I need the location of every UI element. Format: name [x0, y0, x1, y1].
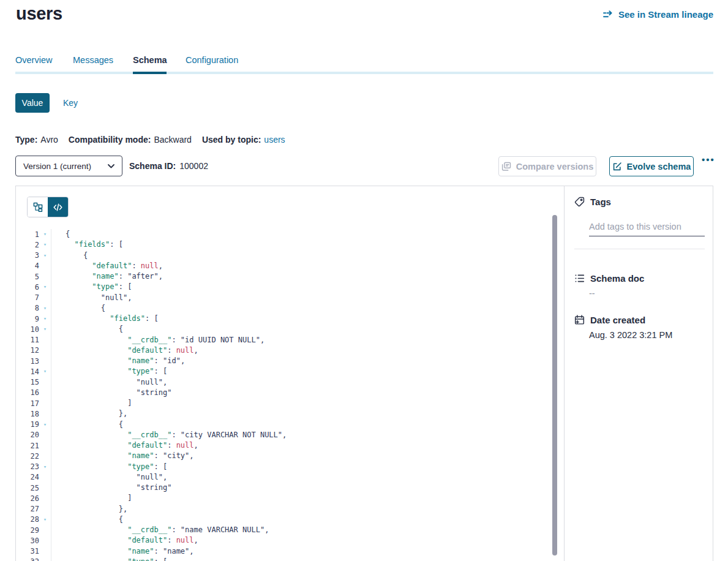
- line-number: 16: [16, 388, 39, 397]
- code-text: },: [51, 409, 127, 419]
- tab-underline-track: [15, 72, 713, 74]
- schema-doc-title: Schema doc: [590, 273, 644, 284]
- line-number: 27: [16, 505, 39, 513]
- fold-toggle-icon[interactable]: ▾: [39, 303, 51, 314]
- code-line: 5 "name": "after",: [16, 271, 552, 282]
- line-number: 12: [16, 346, 39, 355]
- tab-messages[interactable]: Messages: [73, 55, 113, 65]
- code-line: 22 "name": "city",: [16, 451, 552, 461]
- code-line: 9▾ "fields": [: [16, 314, 552, 324]
- line-number: 19: [16, 420, 39, 429]
- code-line: 26 ]: [16, 493, 552, 503]
- schema-id-label: Schema ID:: [129, 161, 176, 171]
- code-line: 21 "default": null,: [16, 440, 552, 451]
- line-number: 17: [16, 399, 39, 408]
- code-line: 19▾ {: [16, 420, 552, 430]
- topic-link[interactable]: users: [264, 135, 285, 145]
- code-text: "__crdb__": "id UUID NOT NULL",: [51, 335, 265, 345]
- type-value: Avro: [40, 135, 58, 145]
- line-number: 21: [16, 442, 39, 450]
- tag-icon: [574, 197, 585, 207]
- compare-versions-button[interactable]: Compare versions: [498, 156, 596, 176]
- vertical-scrollbar[interactable]: [552, 215, 557, 555]
- code-text: "default": null,: [51, 440, 198, 451]
- see-in-stream-lineage-link[interactable]: See in Stream lineage: [603, 9, 713, 20]
- fold-toggle-icon[interactable]: ▾: [39, 557, 51, 561]
- fold-toggle-icon[interactable]: ▾: [39, 229, 51, 239]
- line-number: 4: [16, 262, 39, 270]
- calendar-add-icon: [574, 315, 585, 325]
- schema-code-editor: 1▾{2▾ "fields": [3▾ {4 "default": null,5…: [16, 229, 552, 561]
- code-line: 1▾{: [16, 229, 552, 239]
- tab-schema[interactable]: Schema: [133, 55, 167, 65]
- code-view-button[interactable]: [48, 197, 68, 217]
- line-number: 31: [16, 547, 39, 555]
- code-text: "type": [: [51, 366, 167, 377]
- sidebar-divider: [574, 249, 705, 249]
- code-line: 28▾ {: [16, 514, 552, 525]
- tree-view-button[interactable]: [28, 197, 48, 217]
- code-line: 25 "string": [16, 483, 552, 493]
- add-tags-input[interactable]: [589, 219, 705, 236]
- code-text: "name": "id",: [51, 356, 185, 366]
- type-label: Type:: [15, 135, 37, 145]
- code-line: 10▾ {: [16, 324, 552, 334]
- value-toggle-button[interactable]: Value: [15, 93, 50, 113]
- schema-doc-value: --: [589, 288, 595, 298]
- code-text: {: [51, 514, 123, 525]
- code-line: 6▾ "type": [: [16, 282, 552, 292]
- code-line: 13 "name": "id",: [16, 356, 552, 366]
- tab-configuration[interactable]: Configuration: [186, 55, 238, 65]
- fold-toggle-icon[interactable]: ▾: [39, 239, 51, 250]
- code-text: "string": [51, 388, 171, 398]
- code-line: 20 "__crdb__": "city VARCHAR NOT NULL",: [16, 430, 552, 440]
- code-line: 27 },: [16, 504, 552, 514]
- fold-toggle-icon[interactable]: ▾: [39, 250, 51, 261]
- line-number: 1: [16, 230, 39, 239]
- line-number: 28: [16, 515, 39, 524]
- code-text: "type": [: [51, 557, 167, 561]
- more-options-button[interactable]: •••: [702, 154, 715, 165]
- schema-panel: 1▾{2▾ "fields": [3▾ {4 "default": null,5…: [15, 186, 713, 561]
- code-line: 7 "null",: [16, 293, 552, 303]
- code-text: "name": "name",: [51, 546, 194, 557]
- line-number: 2: [16, 241, 39, 249]
- fold-toggle-icon[interactable]: ▾: [39, 314, 51, 324]
- code-text: "type": [: [51, 282, 132, 292]
- code-line: 11 "__crdb__": "id UUID NOT NULL",: [16, 335, 552, 345]
- tab-overview[interactable]: Overview: [15, 55, 52, 65]
- code-line: 4 "default": null,: [16, 261, 552, 271]
- code-text: "__crdb__": "city VARCHAR NOT NULL",: [51, 430, 287, 440]
- version-select[interactable]: Version 1 (current): [15, 156, 122, 176]
- fold-toggle-icon[interactable]: ▾: [39, 282, 51, 292]
- evolve-schema-button[interactable]: Evolve schema: [609, 156, 694, 176]
- code-line: 14▾ "type": [: [16, 366, 552, 377]
- code-text: {: [51, 229, 70, 239]
- version-select-value: Version 1 (current): [23, 162, 91, 171]
- schema-id: Schema ID: 100002: [129, 161, 208, 171]
- code-line: 24 "null",: [16, 472, 552, 483]
- line-number: 25: [16, 484, 39, 492]
- edit-pencil-icon: [612, 162, 622, 171]
- fold-toggle-icon[interactable]: ▾: [39, 514, 51, 525]
- line-number: 6: [16, 283, 39, 292]
- schema-doc-section-header: Schema doc: [574, 273, 644, 284]
- list-icon: [574, 273, 585, 284]
- schema-meta-row: Type: Avro Compatibility mode: Backward …: [15, 135, 285, 145]
- line-number: 13: [16, 357, 39, 366]
- fold-toggle-icon[interactable]: ▾: [39, 420, 51, 430]
- evolve-schema-label: Evolve schema: [627, 162, 691, 171]
- fold-toggle-icon[interactable]: ▾: [39, 324, 51, 334]
- line-number: 15: [16, 378, 39, 386]
- line-number: 22: [16, 452, 39, 461]
- fold-toggle-icon[interactable]: ▾: [39, 366, 51, 377]
- line-number: 8: [16, 304, 39, 312]
- code-line: 3▾ {: [16, 250, 552, 261]
- line-number: 14: [16, 367, 39, 376]
- key-toggle-button[interactable]: Key: [63, 98, 78, 108]
- code-text: "name": "after",: [51, 271, 163, 282]
- schema-id-value: 100002: [179, 161, 208, 171]
- compare-versions-icon: [501, 162, 511, 171]
- fold-toggle-icon[interactable]: ▾: [39, 462, 51, 472]
- date-created-value: Aug. 3 2022 3:21 PM: [589, 330, 672, 340]
